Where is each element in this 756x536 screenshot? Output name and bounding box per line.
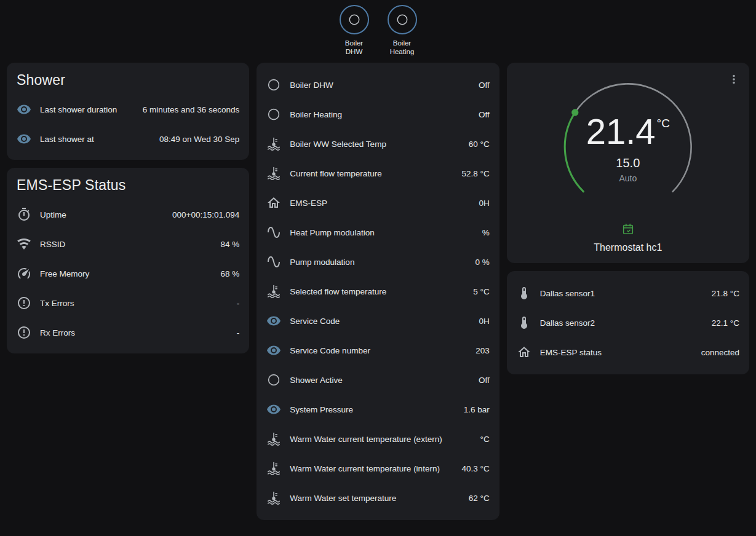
entity-label: Service Code number: [290, 346, 467, 355]
entity-label: Boiler Heating: [290, 110, 470, 119]
entity-rows: Boiler DHWOffBoiler HeatingOffBoiler WW …: [257, 63, 499, 520]
entity-row[interactable]: Dallas sensor121.8 °C: [507, 278, 749, 308]
entity-value: 68 %: [221, 269, 240, 278]
thermometer-water-icon: [266, 461, 281, 476]
entity-value: 60 °C: [469, 140, 490, 149]
entity-row[interactable]: Service Code0H: [257, 306, 499, 336]
circle-icon: [396, 13, 409, 26]
alert-circle-icon: [17, 325, 31, 340]
entity-row[interactable]: EMS-ESP statusconnected: [507, 337, 749, 367]
badge-label: Boiler Heating: [390, 39, 415, 57]
entity-label: Dallas sensor1: [540, 289, 703, 298]
entity-label: Boiler WW Selected Temp: [290, 140, 460, 149]
entity-label: EMS-ESP: [290, 199, 470, 208]
timer-icon: [17, 207, 31, 222]
entity-row[interactable]: Heat Pump modulation%: [257, 218, 499, 247]
thermometer-water-icon: [266, 284, 281, 299]
entity-row[interactable]: Boiler HeatingOff: [257, 100, 499, 129]
current-temp-marker: [571, 109, 578, 116]
entity-row[interactable]: Last shower at08:49 on Wed 30 Sep: [7, 124, 249, 154]
sine-wave-icon: [266, 254, 281, 269]
entity-value: 08:49 on Wed 30 Sep: [159, 135, 239, 144]
entity-row[interactable]: Free Memory68 %: [7, 259, 249, 288]
more-options-button[interactable]: [722, 68, 746, 91]
thermostat-dial[interactable]: 21.4°C 15.0 Auto: [559, 77, 698, 216]
wifi-icon: [17, 237, 31, 251]
badge-boiler-dhw[interactable]: Boiler DHW: [335, 5, 374, 57]
thermometer-water-icon: [266, 491, 281, 505]
entity-label: Pump modulation: [290, 258, 466, 267]
card-title: EMS-ESP Status: [7, 168, 249, 196]
entity-row[interactable]: Shower ActiveOff: [257, 365, 499, 395]
entity-label: Warm Water current temperature (intern): [290, 464, 453, 473]
entity-row[interactable]: Warm Water current temperature (extern)°…: [257, 424, 499, 454]
entity-row[interactable]: Last shower duration6 minutes and 36 sec…: [7, 95, 249, 124]
entity-rows: Dallas sensor121.8 °CDallas sensor222.1 …: [507, 271, 749, 374]
entity-value: 22.1 °C: [712, 318, 739, 328]
entity-label: Dallas sensor2: [540, 318, 703, 328]
eye-icon: [266, 313, 281, 328]
column-middle: Boiler DHWOffBoiler HeatingOffBoiler WW …: [257, 63, 499, 520]
thermometer-icon: [517, 315, 531, 330]
entity-row[interactable]: Uptime000+00:15:01.094: [7, 200, 249, 229]
entity-value: 000+00:15:01.094: [172, 210, 239, 219]
entity-value: 84 %: [221, 240, 240, 249]
alert-circle-icon: [17, 296, 31, 310]
dots-vertical-icon: [727, 73, 741, 86]
entity-value: 40.3 °C: [461, 464, 489, 473]
entity-row[interactable]: Boiler DHWOff: [257, 70, 499, 100]
column-right: 21.4°C 15.0 Auto Thermostat hc1 Dallas s…: [507, 63, 749, 374]
badge-boiler-heating[interactable]: Boiler Heating: [383, 5, 422, 57]
entity-row[interactable]: Warm Water set temperature62 °C: [257, 483, 499, 513]
entity-row[interactable]: System Pressure1.6 bar: [257, 395, 499, 424]
thermostat-name: Thermostat hc1: [594, 242, 662, 253]
entity-value: 0 %: [475, 258, 489, 267]
circle-icon: [266, 77, 281, 92]
entity-label: EMS-ESP status: [540, 348, 693, 357]
entity-row[interactable]: Pump modulation0 %: [257, 247, 499, 277]
entity-value: Off: [479, 81, 490, 90]
badge-row: Boiler DHW Boiler Heating: [0, 0, 756, 61]
badge-circle: [340, 5, 369, 34]
entity-value: 52.8 °C: [461, 169, 489, 178]
home-assistant-dashboard: Boiler DHW Boiler Heating Shower Last sh…: [0, 0, 756, 520]
gauge-icon: [17, 266, 31, 281]
entity-row[interactable]: RSSID84 %: [7, 229, 249, 259]
entity-label: Shower Active: [290, 376, 470, 385]
thermostat-gauge: [559, 77, 698, 216]
thermometer-water-icon: [266, 136, 281, 151]
entity-label: Warm Water current temperature (extern): [290, 435, 471, 444]
entity-label: Selected flow temperature: [290, 287, 464, 296]
entity-row[interactable]: Service Code number203: [257, 336, 499, 365]
entity-rows: Uptime000+00:15:01.094RSSID84 %Free Memo…: [7, 196, 249, 353]
entity-label: Free Memory: [40, 269, 212, 278]
entity-value: 21.8 °C: [712, 289, 739, 298]
eye-icon: [17, 102, 31, 117]
entity-label: Boiler DHW: [290, 81, 470, 90]
circle-icon: [348, 13, 361, 26]
entity-value: -: [237, 328, 240, 337]
thermometer-icon: [517, 286, 531, 301]
entity-row[interactable]: Warm Water current temperature (intern)4…: [257, 454, 499, 483]
entity-row[interactable]: Selected flow temperature5 °C: [257, 277, 499, 306]
entity-value: 6 minutes and 36 seconds: [143, 105, 240, 114]
home-icon: [266, 195, 281, 210]
entity-row[interactable]: Current flow temperature52.8 °C: [257, 159, 499, 188]
boiler-entities-card: Boiler DHWOffBoiler HeatingOffBoiler WW …: [257, 63, 499, 520]
entity-row[interactable]: Rx Errors-: [7, 318, 249, 347]
entity-value: connected: [701, 348, 739, 357]
entity-row[interactable]: EMS-ESP0H: [257, 188, 499, 218]
ems-esp-status-card: EMS-ESP Status Uptime000+00:15:01.094RSS…: [7, 168, 249, 353]
entity-row[interactable]: Boiler WW Selected Temp60 °C: [257, 129, 499, 159]
calendar-check-icon[interactable]: [621, 223, 635, 236]
entity-row[interactable]: Dallas sensor222.1 °C: [507, 308, 749, 337]
entity-value: Off: [479, 110, 490, 119]
entity-label: Rx Errors: [40, 328, 228, 337]
entity-value: %: [482, 228, 490, 237]
entity-row[interactable]: Tx Errors-: [7, 288, 249, 318]
dashboard-grid: Shower Last shower duration6 minutes and…: [0, 61, 756, 520]
entity-label: Warm Water set temperature: [290, 494, 460, 503]
entity-value: 0H: [479, 199, 489, 208]
column-left: Shower Last shower duration6 minutes and…: [7, 63, 249, 353]
entity-rows: Last shower duration6 minutes and 36 sec…: [7, 91, 249, 160]
